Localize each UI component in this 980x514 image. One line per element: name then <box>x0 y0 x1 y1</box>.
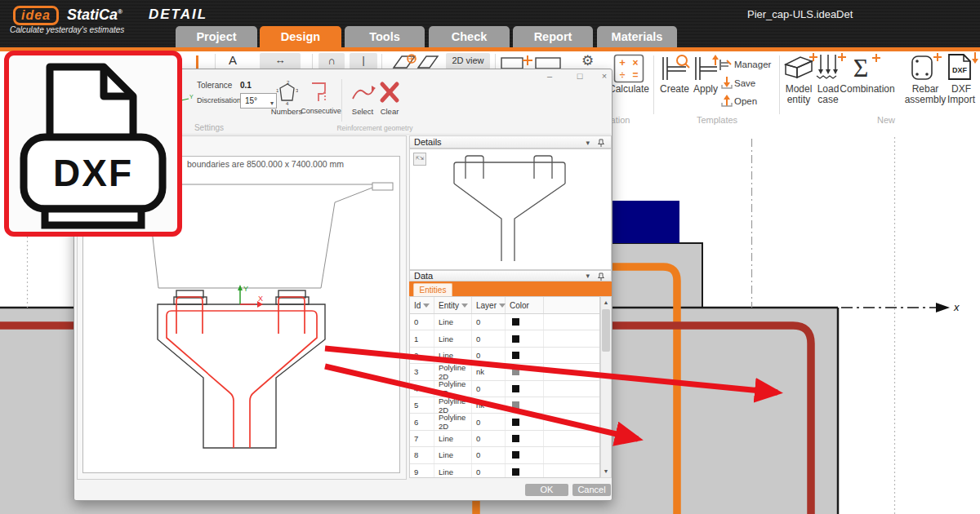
gear-icon[interactable]: ⚙ <box>581 52 594 69</box>
svg-text:=: = <box>632 69 638 81</box>
svg-text:Y: Y <box>189 94 194 100</box>
template-save-button[interactable]: Save <box>734 78 755 88</box>
close-button[interactable]: × <box>597 71 612 82</box>
zoom-fit-icon[interactable]: ⇱⇲ <box>413 153 426 166</box>
pin-icon[interactable] <box>598 139 604 148</box>
color-swatch <box>512 451 519 459</box>
svg-text:÷: ÷ <box>620 69 626 81</box>
table-row[interactable]: 3Polyline 2Dnk <box>410 364 599 380</box>
color-swatch <box>512 385 519 392</box>
2d-view-button[interactable]: 2D view <box>446 53 490 69</box>
create-template-icon[interactable] <box>658 54 691 83</box>
model-entity-icon[interactable] <box>781 51 818 84</box>
table-row[interactable]: 0Line0 <box>410 314 599 330</box>
svg-text:3: 3 <box>296 88 298 93</box>
table-row[interactable]: 2Line0 <box>410 348 599 364</box>
boundaries-note: boundaries are 8500.000 x 7400.000 mm <box>187 159 344 169</box>
column-header-entity[interactable]: Entity <box>434 297 472 313</box>
filter-icon[interactable] <box>423 304 430 308</box>
ok-button[interactable]: OK <box>525 484 568 496</box>
pin-icon[interactable] <box>598 273 604 281</box>
consecutive-button[interactable]: Consecutive <box>298 107 344 115</box>
clear-icon[interactable] <box>378 80 401 104</box>
product-name: DETAIL <box>149 7 207 23</box>
tab-materials[interactable]: Materials <box>597 26 677 47</box>
data-panel-header[interactable]: Data ▾ <box>409 270 612 281</box>
color-swatch <box>512 335 519 343</box>
discretisation-label: Discretisation <box>197 96 241 104</box>
select-button[interactable]: Select <box>347 107 378 116</box>
navy-load-block <box>604 201 679 243</box>
tab-project[interactable]: Project <box>176 26 257 47</box>
brand-name: StatiCa® <box>67 7 122 24</box>
tab-report[interactable]: Report <box>513 26 593 47</box>
svg-text:1: 1 <box>276 88 279 93</box>
maximize-button[interactable]: □ <box>572 71 587 82</box>
scrollbar-thumb[interactable] <box>602 309 610 352</box>
chevron-down-icon[interactable]: ▾ <box>586 137 590 149</box>
tolerance-value[interactable]: 0.1 <box>240 81 252 90</box>
color-swatch <box>512 352 519 359</box>
combination-icon[interactable]: Σ <box>849 51 884 84</box>
calculate-icon[interactable]: + × ÷ = <box>613 54 644 83</box>
table-row[interactable]: 1Line0 <box>410 330 599 347</box>
group-label-new: New <box>845 115 927 125</box>
text-tool-icon[interactable]: A <box>229 53 237 67</box>
tagline: Calculate yesterday's estimates <box>10 25 124 34</box>
app-window: x idea StatiCa® DETAIL Calculate yesterd… <box>0 0 980 514</box>
dxf-import-icon[interactable]: DXF <box>944 50 980 84</box>
dxf-import-button[interactable]: DXFImport <box>941 84 980 105</box>
scroll-down-icon[interactable]: ▼ <box>601 467 611 476</box>
details-panel-header[interactable]: Details ▾ <box>409 135 612 148</box>
color-swatch <box>512 318 519 326</box>
column-header-layer[interactable]: Layer <box>472 297 506 313</box>
table-scrollbar[interactable]: ▲ ▼ <box>600 296 612 478</box>
chevron-down-icon[interactable]: ▾ <box>586 271 590 281</box>
rebar-assembly-icon[interactable] <box>908 51 944 84</box>
table-row[interactable]: 5Polyline 2Dnk <box>410 397 599 414</box>
tab-tools[interactable]: Tools <box>345 26 425 47</box>
template-save-icon <box>720 76 733 90</box>
combination-button[interactable]: Combination <box>835 84 900 95</box>
color-swatch <box>512 435 519 442</box>
tab-design[interactable]: Design <box>260 26 341 47</box>
cancel-button[interactable]: Cancel <box>572 484 611 496</box>
table-row[interactable]: 6Polyline 2D0 <box>410 414 599 430</box>
numbers-icon[interactable]: 21 34 <box>275 81 298 105</box>
table-row[interactable]: 8Line0 <box>410 447 599 463</box>
table-row[interactable]: 4Polyline 2D0 <box>410 381 599 397</box>
dimension-tool-icon[interactable]: ↔ <box>260 53 301 69</box>
select-icon[interactable] <box>350 82 376 104</box>
bar-tool-icon[interactable]: | <box>350 53 377 69</box>
details-panel-body: ⇱⇲ <box>409 148 612 270</box>
consecutive-icon[interactable] <box>308 79 331 105</box>
color-swatch <box>512 419 519 426</box>
svg-text:DXF: DXF <box>53 152 133 194</box>
document-title: Pier_cap-ULS.ideaDet <box>747 8 853 20</box>
filter-icon[interactable] <box>461 304 468 308</box>
tolerance-label: Tolerance <box>197 81 232 90</box>
apply-template-button[interactable]: Apply <box>688 84 724 95</box>
column-header-id[interactable]: Id <box>410 297 434 313</box>
template-manager-icon <box>719 59 733 71</box>
surface-view-icon[interactable] <box>390 53 441 69</box>
tab-entities[interactable]: Entities <box>413 283 452 297</box>
color-swatch <box>512 368 519 375</box>
template-open-button[interactable]: Open <box>734 96 757 106</box>
filter-icon[interactable] <box>499 304 506 308</box>
tab-check[interactable]: Check <box>429 26 510 47</box>
details-drawing <box>410 149 611 269</box>
clear-button[interactable]: Clear <box>376 107 403 116</box>
template-manager-button[interactable]: Manager <box>734 60 771 69</box>
scroll-up-icon[interactable]: ▲ <box>601 298 611 308</box>
column-header-color[interactable]: Color <box>506 297 544 313</box>
table-row[interactable]: 9Line0 <box>410 464 599 478</box>
table-row[interactable]: 7Line0 <box>410 431 599 447</box>
orange-marker-icon <box>196 55 198 69</box>
title-bar: idea StatiCa® DETAIL Calculate yesterday… <box>0 0 980 51</box>
calculate-button[interactable]: Calculate <box>606 84 652 95</box>
load-case-icon[interactable] <box>815 51 848 84</box>
minimize-button[interactable]: – <box>542 71 557 82</box>
stirrup-tool-icon[interactable]: ∩ <box>318 53 345 69</box>
add-region-icon[interactable] <box>500 53 565 69</box>
